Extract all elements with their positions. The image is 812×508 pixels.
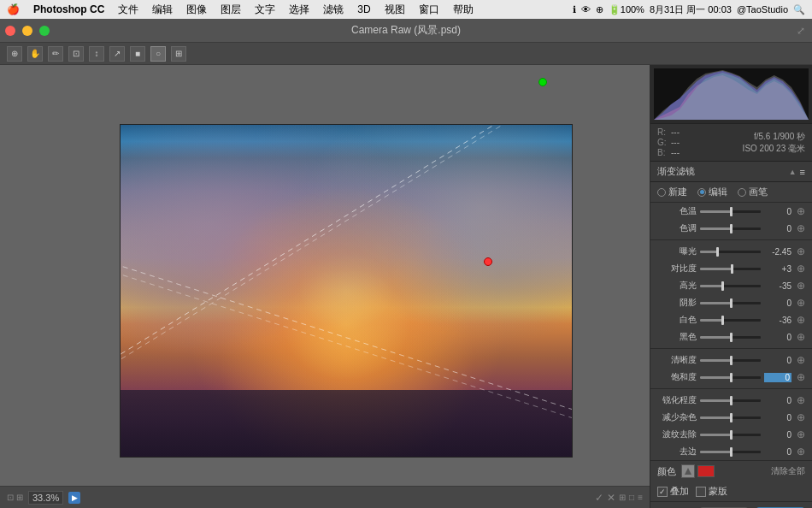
slider-add-9[interactable]: ⊕	[795, 371, 807, 383]
slider-track-4[interactable]	[700, 285, 761, 287]
menu-file[interactable]: 文件	[118, 3, 138, 17]
slider-add-4[interactable]: ⊕	[795, 280, 807, 292]
panel-menu[interactable]: ≡	[800, 167, 805, 177]
x-icon[interactable]: ✕	[607, 492, 615, 504]
checkbox-row: 叠加 蒙版	[650, 481, 812, 501]
slider-value-6: -36	[764, 316, 791, 325]
slider-track-9[interactable]	[700, 376, 761, 379]
sample-tool[interactable]: ✏	[48, 46, 63, 62]
grad-tool[interactable]: ⊞	[171, 46, 186, 62]
check-icon[interactable]: ✓	[595, 492, 603, 504]
radio-pen[interactable]: 画笔	[738, 186, 768, 198]
menu-select[interactable]: 选择	[289, 3, 309, 17]
add-checkbox[interactable]	[657, 487, 668, 497]
radio-new[interactable]: 新建	[657, 186, 687, 198]
slider-label-0: 色温	[656, 205, 697, 217]
mask-checkbox[interactable]	[696, 487, 706, 497]
slider-add-1[interactable]: ⊕	[795, 222, 807, 234]
gradient-point-green[interactable]	[538, 78, 547, 86]
slider-fill-5	[700, 302, 731, 304]
menu-text[interactable]: 文字	[255, 3, 275, 17]
slider-thumb-1	[730, 224, 733, 233]
filter-tool[interactable]: ○	[150, 46, 166, 62]
window-maximize[interactable]	[39, 26, 50, 36]
window-close[interactable]	[5, 26, 15, 36]
window-minimize[interactable]	[22, 26, 32, 36]
slider-track-6[interactable]	[700, 319, 761, 322]
slider-add-10[interactable]: ⊕	[795, 394, 807, 406]
slider-track-5[interactable]	[700, 302, 761, 304]
slider-add-11[interactable]: ⊕	[795, 411, 807, 423]
menu-window[interactable]: 窗口	[419, 3, 439, 17]
menu-layer[interactable]: 图层	[221, 3, 241, 17]
slider-add-2[interactable]: ⊕	[795, 245, 807, 257]
fullscreen-icon[interactable]: ⤢	[797, 25, 805, 37]
menu-right-icons: ℹ 👁 ⊕ 🔋100% 8月31日 周一 00:03 @TaoStudio 🔍	[573, 3, 805, 16]
slider-label-13: 去边	[656, 446, 697, 458]
cb-mask[interactable]: 蒙版	[696, 485, 727, 498]
slider-track-0[interactable]	[700, 210, 761, 213]
square-icon[interactable]: □	[629, 493, 634, 502]
slider-thumb-6	[721, 316, 724, 325]
gradient-point-red[interactable]	[484, 257, 492, 266]
histogram-svg	[654, 68, 809, 120]
slider-fill-11	[700, 416, 731, 419]
expand-arrow[interactable]: ▲	[789, 168, 797, 176]
gradient-type-selector: 新建 编辑 画笔	[650, 182, 812, 203]
cb-add[interactable]: 叠加	[657, 485, 689, 498]
slider-track-2[interactable]	[700, 251, 761, 253]
brush-tool[interactable]: ■	[130, 46, 145, 62]
slider-track-10[interactable]	[700, 399, 761, 402]
slider-row-白色: 白色 -36 ⊕	[650, 311, 812, 328]
slider-track-11[interactable]	[700, 416, 761, 419]
radio-edit[interactable]: 编辑	[697, 186, 727, 198]
menu-filter[interactable]: 滤镜	[323, 3, 344, 17]
menu-help[interactable]: 帮助	[453, 3, 474, 17]
menu-icon[interactable]: ≡	[638, 493, 643, 502]
color-swatch-red[interactable]	[697, 465, 715, 477]
histogram-area	[650, 65, 812, 124]
slider-track-3[interactable]	[700, 268, 761, 270]
heal-tool[interactable]: ↗	[109, 46, 125, 62]
crop-tool[interactable]: ⊡	[68, 46, 84, 62]
clear-all-button[interactable]: 清除全部	[771, 465, 805, 477]
slider-track-13[interactable]	[700, 451, 761, 453]
search-icon[interactable]: 🔍	[793, 4, 805, 15]
slider-thumb-9	[730, 373, 733, 382]
grid-icon[interactable]: ⊞	[619, 493, 626, 502]
color-picker-icon[interactable]	[681, 464, 695, 478]
menu-3d[interactable]: 3D	[357, 3, 370, 15]
panel-header[interactable]: 渐变滤镜 ▲ ≡	[650, 162, 812, 182]
slider-track-1[interactable]	[700, 227, 761, 230]
slider-add-13[interactable]: ⊕	[795, 446, 807, 458]
layer-icon-2[interactable]: ⊞	[16, 493, 23, 502]
slider-track-12[interactable]	[700, 434, 761, 436]
canvas-inner	[51, 82, 641, 499]
slider-row-锐化程度: 锐化程度 0 ⊕	[650, 392, 812, 409]
layer-icon-1[interactable]: ⊡	[7, 493, 14, 502]
menu-view[interactable]: 视图	[385, 3, 405, 17]
slider-thumb-8	[730, 356, 733, 365]
zoom-value[interactable]: 33.3%	[28, 491, 63, 505]
slider-track-8[interactable]	[700, 359, 761, 362]
slider-track-7[interactable]	[700, 336, 761, 339]
slider-add-12[interactable]: ⊕	[795, 428, 807, 440]
zoom-indicator[interactable]: ▶	[68, 492, 80, 504]
slider-add-0[interactable]: ⊕	[795, 205, 807, 217]
adjust-tool[interactable]: ↕	[89, 46, 104, 62]
menu-edit[interactable]: 编辑	[152, 3, 173, 17]
apple-menu[interactable]: 🍎	[7, 3, 20, 15]
slider-add-5[interactable]: ⊕	[795, 297, 807, 309]
zoom-tool[interactable]: ⊕	[7, 46, 22, 62]
hand-tool[interactable]: ✋	[27, 46, 43, 62]
photo-frame[interactable]	[120, 124, 573, 458]
slider-add-7[interactable]: ⊕	[795, 331, 807, 343]
right-panel: R: --- G: --- B: --- f/5.6 1/900 秒 ISO 2…	[650, 65, 812, 508]
slider-label-8: 清晰度	[656, 354, 697, 366]
menu-image[interactable]: 图像	[186, 3, 207, 17]
slider-add-3[interactable]: ⊕	[795, 263, 807, 275]
slider-add-6[interactable]: ⊕	[795, 314, 807, 326]
app-name[interactable]: Photoshop CC	[33, 3, 104, 15]
slider-add-8[interactable]: ⊕	[795, 354, 807, 366]
sliders-container: 色温 0 ⊕ 色调 0 ⊕ 曝光 -2.45 ⊕ 对比度 +3 ⊕ 高光	[650, 203, 812, 460]
